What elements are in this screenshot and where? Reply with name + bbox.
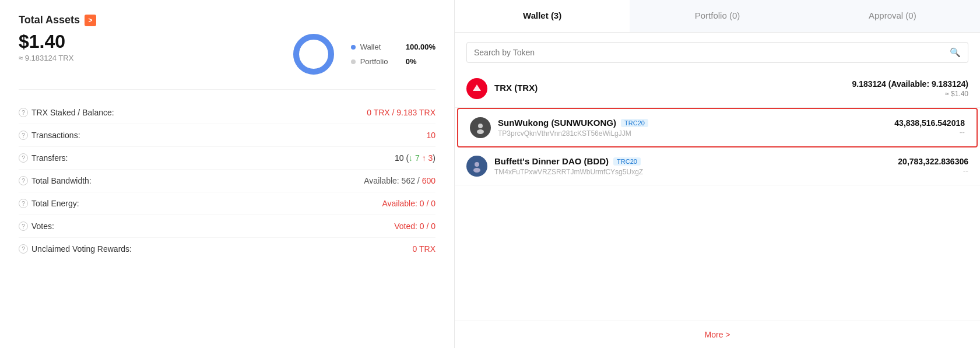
stats-label-text-energy: Total Energy: xyxy=(31,199,79,208)
token-list: TRX (TRX) 9.183124 (Available: 9.183124)… xyxy=(455,70,980,348)
divider xyxy=(19,89,435,90)
token-avatar-sunwukong xyxy=(470,117,491,138)
search-icon: 🔍 xyxy=(950,47,961,58)
token-name-row-bdd: Buffett's Dinner DAO (BDD) TRC20 xyxy=(494,156,891,166)
search-input[interactable] xyxy=(474,48,950,57)
stats-label-text-bandwidth: Total Bandwidth: xyxy=(31,176,92,185)
svg-point-5 xyxy=(478,124,483,128)
portfolio-legend-label: Portfolio xyxy=(360,57,401,66)
token-avatar-trx xyxy=(466,78,487,99)
question-icon-transactions[interactable]: ? xyxy=(19,131,28,140)
stats-row-staked: ? TRX Staked / Balance: 0 TRX / 9.183 TR… xyxy=(19,101,435,124)
stats-label-text-staked: TRX Staked / Balance: xyxy=(31,108,114,117)
token-name-trx: TRX (TRX) xyxy=(494,83,538,93)
token-name-row-sunwukong: SunWukong (SUNWUKONG) TRC20 xyxy=(498,118,887,128)
stats-value-energy: Available: 0 / 0 xyxy=(382,199,435,208)
stats-label-staked: ? TRX Staked / Balance: xyxy=(19,108,114,117)
wallet-legend-value: 100.00% xyxy=(406,43,435,51)
chart-legend: Wallet 100.00% Portfolio 0% xyxy=(351,43,435,66)
tab-portfolio[interactable]: Portfolio (0) xyxy=(630,0,805,32)
token-balance-bdd: 20,783,322.836306 xyxy=(898,157,968,166)
total-usd-value: $1.40 xyxy=(19,31,73,52)
stats-value-bandwidth: Available: 562 / 600 xyxy=(364,176,435,185)
token-info-trx: TRX (TRX) xyxy=(494,83,845,94)
stats-row-votes: ? Votes: Voted: 0 / 0 xyxy=(19,215,435,238)
stats-label-text-votes: Votes: xyxy=(31,222,54,231)
tabs-header: Wallet (3) Portfolio (0) Approval (0) xyxy=(455,0,980,33)
stats-label-transactions: ? Transactions: xyxy=(19,131,80,140)
trc20-badge-bdd: TRC20 xyxy=(613,157,641,166)
question-icon-votes[interactable]: ? xyxy=(19,222,28,231)
portfolio-legend-item: Portfolio 0% xyxy=(351,57,435,66)
question-icon-staked[interactable]: ? xyxy=(19,108,28,117)
token-usd-trx: ≈ $1.40 xyxy=(852,90,968,98)
question-icon-energy[interactable]: ? xyxy=(19,199,28,208)
svg-point-8 xyxy=(475,162,479,167)
trx-icon xyxy=(470,82,484,96)
svg-point-9 xyxy=(473,168,480,173)
stats-label-transfers: ? Transfers: xyxy=(19,153,68,163)
wallet-legend-label: Wallet xyxy=(360,43,401,51)
stats-value-rewards: 0 TRX xyxy=(413,244,435,254)
stats-label-rewards: ? Unclaimed Voting Rewards: xyxy=(19,244,132,254)
stats-label-bandwidth: ? Total Bandwidth: xyxy=(19,176,92,185)
token-dash-sunwukong: -- xyxy=(894,128,965,137)
stats-label-votes: ? Votes: xyxy=(19,222,54,231)
token-balance-trx: 9.183124 (Available: 9.183124) xyxy=(852,79,968,89)
right-panel-inner: 🔍 TRX (TRX) xyxy=(455,33,980,348)
trc20-badge-sunwukong: TRC20 xyxy=(621,119,648,127)
token-address-bdd: TM4xFuTPxwVRZSRRTJmWbUrmfCYsg5UxgZ xyxy=(494,168,891,176)
donut-chart xyxy=(290,31,337,78)
tab-approval[interactable]: Approval (0) xyxy=(805,0,980,32)
search-bar-area: 🔍 xyxy=(455,33,980,70)
wallet-legend-dot xyxy=(351,45,356,50)
token-dash-bdd: -- xyxy=(898,166,968,175)
stats-value-votes: Voted: 0 / 0 xyxy=(394,222,435,231)
svg-point-1 xyxy=(296,37,331,72)
token-name-sunwukong: SunWukong (SUNWUKONG) xyxy=(498,118,616,128)
stats-table: ? TRX Staked / Balance: 0 TRX / 9.183 TR… xyxy=(19,101,435,260)
token-amounts-trx: 9.183124 (Available: 9.183124) ≈ $1.40 xyxy=(852,79,968,98)
stats-row-rewards: ? Unclaimed Voting Rewards: 0 TRX xyxy=(19,238,435,260)
stats-label-text-transactions: Transactions: xyxy=(31,131,80,140)
stats-row-transactions: ? Transactions: 10 xyxy=(19,124,435,147)
stats-label-text-transfers: Transfers: xyxy=(31,153,68,163)
question-icon-rewards[interactable]: ? xyxy=(19,244,28,254)
left-panel: Total Assets > $1.40 ≈ 9.183124 TRX Wall… xyxy=(0,0,455,348)
token-name-bdd: Buffett's Dinner DAO (BDD) xyxy=(494,156,609,166)
stats-value-transfers: 10 (↓ 7 ↑ 3) xyxy=(395,153,435,163)
search-input-wrapper[interactable]: 🔍 xyxy=(466,42,968,63)
bdd-icon xyxy=(470,159,484,173)
stats-row-bandwidth: ? Total Bandwidth: Available: 562 / 600 xyxy=(19,170,435,192)
stats-row-transfers: ? Transfers: 10 (↓ 7 ↑ 3) xyxy=(19,147,435,170)
token-info-bdd: Buffett's Dinner DAO (BDD) TRC20 TM4xFuT… xyxy=(494,156,891,176)
svg-point-6 xyxy=(477,129,484,134)
sunwukong-icon xyxy=(473,121,487,135)
token-address-sunwukong: TP3prcvQknVthrVnn281cKST56eWiLgJJM xyxy=(498,129,887,138)
stats-value-transactions: 10 xyxy=(426,131,435,140)
total-assets-arrow[interactable]: > xyxy=(85,15,96,26)
total-trx-value: ≈ 9.183124 TRX xyxy=(19,54,73,62)
more-link[interactable]: More > xyxy=(705,330,730,339)
wallet-legend-item: Wallet 100.00% xyxy=(351,43,435,51)
stats-value-staked: 0 TRX / 9.183 TRX xyxy=(367,108,435,117)
token-amounts-bdd: 20,783,322.836306 -- xyxy=(898,157,968,175)
token-balance-sunwukong: 43,838,516.542018 xyxy=(894,118,965,128)
token-item-sunwukong[interactable]: SunWukong (SUNWUKONG) TRC20 TP3prcvQknVt… xyxy=(457,108,978,147)
tab-wallet[interactable]: Wallet (3) xyxy=(455,0,630,32)
token-info-sunwukong: SunWukong (SUNWUKONG) TRC20 TP3prcvQknVt… xyxy=(498,118,887,138)
token-amounts-sunwukong: 43,838,516.542018 -- xyxy=(894,118,965,137)
stats-label-energy: ? Total Energy: xyxy=(19,199,79,208)
stats-label-text-rewards: Unclaimed Voting Rewards: xyxy=(31,244,132,254)
token-item-trx[interactable]: TRX (TRX) 9.183124 (Available: 9.183124)… xyxy=(455,70,980,108)
portfolio-legend-dot xyxy=(351,59,356,64)
total-assets-label: Total Assets xyxy=(19,14,80,26)
question-icon-transfers[interactable]: ? xyxy=(19,153,28,163)
token-item-bdd[interactable]: Buffett's Dinner DAO (BDD) TRC20 TM4xFuT… xyxy=(455,147,980,185)
token-avatar-bdd xyxy=(466,156,487,177)
chart-area: Wallet 100.00% Portfolio 0% xyxy=(290,31,435,78)
token-name-row-trx: TRX (TRX) xyxy=(494,83,845,93)
question-icon-bandwidth[interactable]: ? xyxy=(19,176,28,185)
stats-row-energy: ? Total Energy: Available: 0 / 0 xyxy=(19,192,435,215)
right-panel: Wallet (3) Portfolio (0) Approval (0) 🔍 xyxy=(455,0,980,348)
